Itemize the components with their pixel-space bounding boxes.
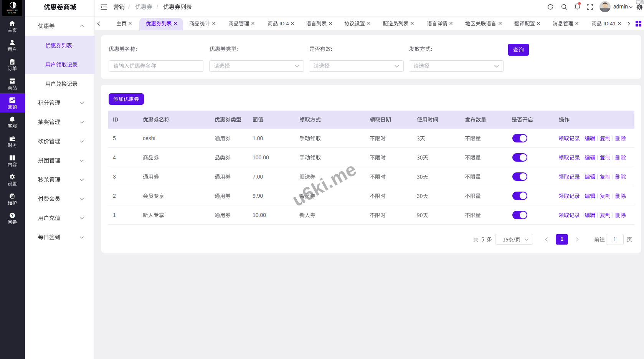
svg-text:?: ? (11, 213, 13, 218)
